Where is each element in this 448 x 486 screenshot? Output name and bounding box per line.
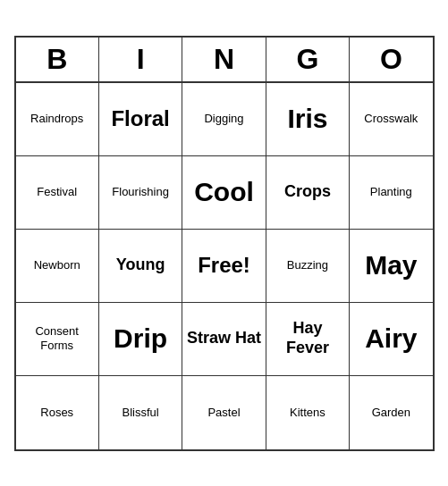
bingo-cell: Blissful — [99, 376, 182, 449]
bingo-body: RaindropsFloralDiggingIrisCrosswalkFesti… — [16, 83, 433, 449]
bingo-row: Consent FormsDripStraw HatHay FeverAiry — [16, 303, 433, 376]
bingo-row: FestivalFlourishingCoolCropsPlanting — [16, 156, 433, 230]
bingo-cell: Kittens — [266, 376, 350, 449]
bingo-header: BINGO — [16, 38, 433, 83]
bingo-cell: Floral — [99, 83, 182, 156]
bingo-cell: Planting — [350, 156, 432, 230]
bingo-row: RosesBlissfulPastelKittensGarden — [16, 376, 433, 449]
bingo-header-letter: B — [16, 38, 99, 83]
bingo-cell: Garden — [350, 376, 432, 449]
bingo-header-letter: I — [99, 38, 182, 83]
bingo-cell: Buzzing — [266, 230, 350, 303]
bingo-header-letter: N — [182, 38, 266, 83]
bingo-cell: Cool — [182, 156, 266, 230]
bingo-cell: Festival — [16, 156, 99, 230]
bingo-cell: Free! — [182, 230, 266, 303]
bingo-cell: Digging — [182, 83, 266, 156]
bingo-cell: Hay Fever — [266, 303, 350, 376]
bingo-card: BINGO RaindropsFloralDiggingIrisCrosswal… — [14, 36, 435, 451]
bingo-cell: Newborn — [16, 230, 99, 303]
bingo-cell: Airy — [350, 303, 432, 376]
bingo-cell: Straw Hat — [182, 303, 266, 376]
bingo-cell: Pastel — [182, 376, 266, 449]
bingo-header-letter: G — [266, 38, 350, 83]
bingo-cell: Iris — [266, 83, 350, 156]
bingo-header-letter: O — [350, 38, 432, 83]
bingo-cell: Drip — [99, 303, 182, 376]
bingo-cell: Roses — [16, 376, 99, 449]
bingo-cell: May — [350, 230, 432, 303]
bingo-cell: Crosswalk — [350, 83, 432, 156]
bingo-cell: Consent Forms — [16, 303, 99, 376]
bingo-cell: Raindrops — [16, 83, 99, 156]
bingo-row: RaindropsFloralDiggingIrisCrosswalk — [16, 83, 433, 156]
bingo-row: NewbornYoungFree!BuzzingMay — [16, 230, 433, 303]
bingo-cell: Crops — [266, 156, 350, 230]
bingo-cell: Flourishing — [99, 156, 182, 230]
bingo-cell: Young — [99, 230, 182, 303]
